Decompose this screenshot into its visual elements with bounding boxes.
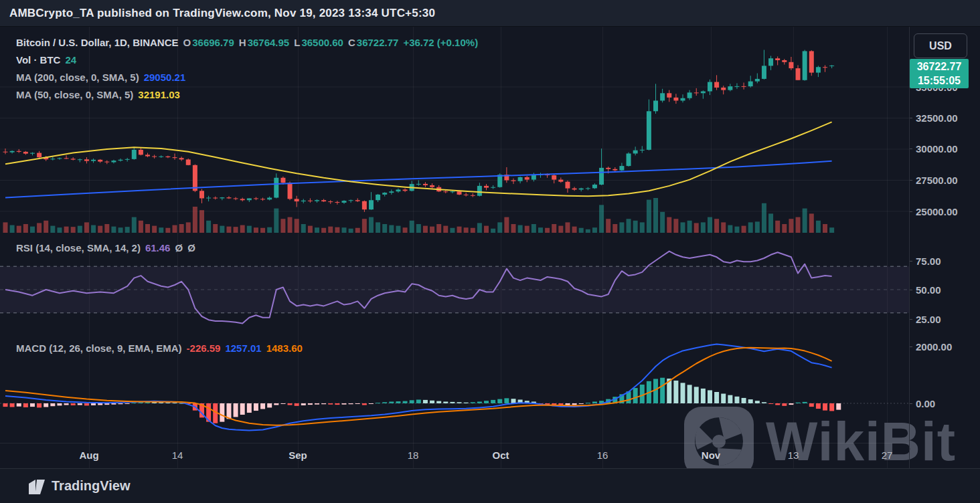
rsi-legend-row[interactable]: RSI (14, close, SMA, 14, 2) 61.46 Ø Ø — [16, 242, 195, 254]
change-value: +36.72 (+0.10%) — [403, 37, 478, 48]
ma50-value: 32191.03 — [138, 89, 180, 100]
time-axis-label-27: 27 — [882, 449, 893, 461]
rsi-label: RSI (14, close, SMA, 14, 2) — [16, 242, 141, 254]
ma200-label: MA (200, close, 0, SMA, 5) — [16, 72, 139, 83]
symbol-legend-row[interactable]: Bitcoin / U.S. Dollar, 1D, BINANCE O3669… — [16, 37, 478, 48]
symbol-title: Bitcoin / U.S. Dollar, 1D, BINANCE — [16, 37, 179, 48]
publish-header-text: AMBCrypto_TA published on TradingView.co… — [9, 7, 435, 20]
tradingview-link[interactable]: TradingView — [27, 477, 130, 496]
volume-label: Vol · BTC — [16, 54, 60, 66]
bar-countdown-timer: 15:55:05 — [918, 74, 961, 88]
macd-label: MACD (12, 26, close, 9, EMA, EMA) — [16, 342, 182, 354]
macd-legend-row[interactable]: MACD (12, 26, close, 9, EMA, EMA) -226.5… — [16, 342, 303, 354]
ma200-value: 29050.21 — [144, 72, 186, 83]
time-axis-label-14: 14 — [172, 449, 183, 461]
ohlc-high-label: H — [239, 37, 246, 48]
price-chart-canvas[interactable] — [0, 27, 909, 235]
ma50-legend-row[interactable]: MA (50, close, 0, SMA, 5) 32191.03 — [16, 89, 180, 100]
time-axis-label-16: 16 — [597, 449, 608, 461]
time-axis-label-oct: Oct — [492, 449, 509, 461]
rsi-empty-value-1: Ø — [175, 242, 183, 254]
last-price-value: 36722.77 — [917, 60, 962, 74]
time-axis[interactable]: Aug14Sep18Oct16Nov1327 — [0, 443, 909, 468]
price-axis[interactable] — [909, 27, 980, 468]
ohlc-open-value: 36696.79 — [192, 37, 234, 48]
currency-toggle-button[interactable]: USD — [914, 33, 967, 58]
ma50-label: MA (50, close, 0, SMA, 5) — [16, 89, 133, 100]
ohlc-low-label: L — [294, 37, 300, 48]
macd-line-value: 1257.01 — [225, 342, 261, 354]
ohlc-close-label: C — [348, 37, 355, 48]
volume-value: 24 — [65, 54, 76, 66]
ohlc-high-value: 36764.95 — [248, 37, 290, 48]
tradingview-logo-icon — [27, 477, 46, 496]
publish-header: AMBCrypto_TA published on TradingView.co… — [0, 0, 980, 27]
time-axis-label-18: 18 — [408, 449, 419, 461]
ma200-legend-row[interactable]: MA (200, close, 0, SMA, 5) 29050.21 — [16, 72, 185, 83]
time-axis-label-sep: Sep — [289, 449, 307, 461]
tradingview-brand-text: TradingView — [52, 478, 130, 494]
tradingview-snapshot: AMBCrypto_TA published on TradingView.co… — [0, 0, 980, 503]
last-price-badge[interactable]: 36722.77 15:55:05 — [910, 59, 969, 88]
ohlc-open-label: O — [183, 37, 191, 48]
ohlc-low-value: 36500.60 — [301, 37, 343, 48]
time-axis-label-13: 13 — [788, 449, 799, 461]
macd-histogram-value: -226.59 — [187, 342, 221, 354]
footer-bar: TradingView — [0, 468, 980, 503]
ohlc-close-value: 36722.77 — [357, 37, 399, 48]
time-axis-label-aug: Aug — [79, 449, 98, 461]
rsi-value: 61.46 — [145, 242, 171, 254]
rsi-empty-value-2: Ø — [187, 242, 195, 254]
volume-legend-row[interactable]: Vol · BTC 24 — [16, 54, 76, 66]
time-axis-label-nov: Nov — [702, 449, 720, 461]
macd-signal-value: 1483.60 — [266, 342, 303, 354]
